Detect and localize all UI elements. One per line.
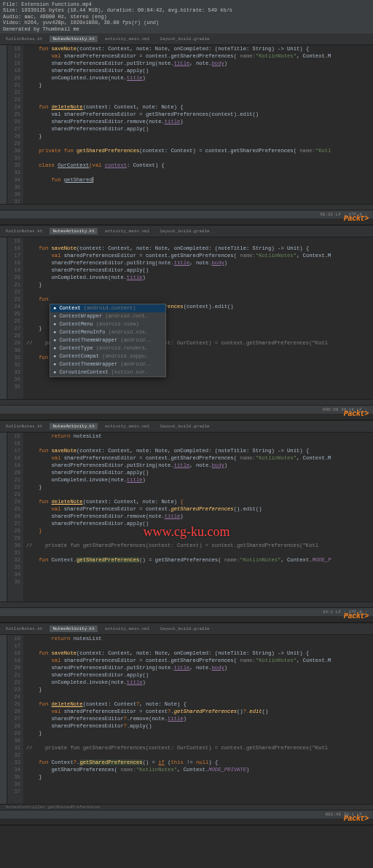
status-bar: 000:58 34:16 LF : [0, 405, 373, 414]
code-lines[interactable]: fun saveNote(context: Context, note: Not… [23, 45, 373, 204]
tab-notesactivity[interactable]: NotesActivity.kt [50, 228, 98, 234]
file-line: File: Extension Functions.mp4 [3, 1, 370, 7]
autocomplete-item[interactable]: ● ContextType (android.renders… [50, 344, 165, 352]
tool-sidebar[interactable] [0, 433, 7, 601]
autocomplete-item[interactable]: ● ContextThemeWrapper (android.… [50, 360, 165, 368]
tool-sidebar[interactable] [0, 635, 7, 804]
autocomplete-item[interactable]: ● ContextWrapper (android.cont… [50, 312, 165, 320]
autocomplete-item[interactable]: ● ContextThemeWrapper (android.… [50, 336, 165, 344]
editor-pane-1: KotlinNotes.kt NotesActivity.kt activity… [0, 33, 373, 226]
tab-gradle[interactable]: layout_build.gradle [157, 423, 212, 430]
editor-tabs[interactable]: KotlinNotes.kt NotesActivity.kt activity… [0, 33, 373, 45]
breadcrumb-bar [0, 601, 373, 607]
video-line: Video: h264, yuv420p, 1920x1080, 30.00 f… [3, 20, 370, 25]
autocomplete-item[interactable]: ● CoroutineContext (kotlin.cor… [50, 368, 165, 376]
tab-kotlinnotes[interactable]: KotlinNotes.kt [3, 423, 45, 430]
text-caret [93, 177, 93, 183]
tab-kotlinnotes[interactable]: KotlinNotes.kt [3, 228, 45, 234]
size-line: Size: 19339125 bytes (18.44 MiB), durati… [3, 7, 370, 13]
autocomplete-item[interactable]: ● ContextCompat (android.suppo… [50, 352, 165, 360]
editor-tabs[interactable]: KotlinNotes.kt NotesActivity.kt activity… [0, 623, 373, 635]
status-bar: 58:22 LF : UTF-8 : [0, 210, 373, 218]
tab-notesactivity[interactable]: NotesActivity.kt [50, 626, 98, 632]
breadcrumb-bar [0, 399, 373, 405]
code-area[interactable]: 1617181920212223242526272829303132333435… [7, 45, 373, 204]
tab-gradle[interactable]: layout_build.gradle [157, 228, 212, 234]
line-gutter: 1516171819202122232425262728293031323334… [7, 237, 23, 399]
watermark-text: www.cg-ku.com [144, 524, 230, 540]
editor-pane-2: KotlinNotes.kt NotesActivity.kt activity… [0, 226, 373, 421]
editor-tabs[interactable]: KotlinNotes.kt NotesActivity.kt activity… [0, 421, 373, 433]
tab-kotlinnotes[interactable]: KotlinNotes.kt [3, 36, 45, 42]
line-gutter: 1516171819202122232425262728293031323334… [7, 433, 23, 601]
audio-line: Audio: aac, 48000 Hz, stereo (eng) [3, 14, 370, 20]
code-lines[interactable]: return notesList fun saveNote(context: C… [23, 433, 373, 601]
code-lines[interactable]: return notesList fun saveNote(context: C… [23, 635, 373, 804]
tab-xml[interactable]: activity_main.xml [102, 626, 152, 632]
packt-logo: Packt> [344, 612, 369, 620]
packt-logo: Packt> [344, 215, 369, 223]
tab-xml[interactable]: activity_main.xml [102, 36, 152, 42]
autocomplete-item[interactable]: ● ContextMenu (android.view) [50, 320, 165, 328]
media-header: File: Extension Functions.mp4 Size: 1933… [0, 0, 373, 33]
editor-tabs[interactable]: KotlinNotes.kt NotesActivity.kt activity… [0, 226, 373, 237]
breadcrumb-bar [0, 204, 373, 210]
autocomplete-popup[interactable]: ● Context (android.content)● ContextWrap… [50, 304, 166, 377]
editor-pane-3: KotlinNotes.kt NotesActivity.kt activity… [0, 421, 373, 623]
tool-sidebar[interactable] [0, 237, 7, 399]
packt-logo: Packt> [344, 410, 369, 418]
status-bar: 002:45 38:1 LF : [0, 810, 373, 818]
gen-line: Generated by Thumbnail me [3, 26, 370, 32]
tab-gradle[interactable]: layout_build.gradle [157, 626, 212, 632]
tab-xml[interactable]: activity_main.xml [102, 423, 152, 430]
status-bar: 34:1 LF : UTF-8 : [0, 607, 373, 616]
editor-pane-4: KotlinNotes.kt NotesActivity.kt activity… [0, 623, 373, 826]
line-gutter: 1617181920212223242526272829303132333435… [7, 635, 23, 804]
autocomplete-item[interactable]: ● Context (android.content) [50, 304, 165, 312]
code-area[interactable]: 1617181920212223242526272829303132333435… [7, 635, 373, 804]
tab-gradle[interactable]: layout_build.gradle [157, 36, 212, 42]
tab-notesactivity[interactable]: NotesActivity.kt [50, 423, 98, 430]
tab-notesactivity[interactable]: NotesActivity.kt [50, 36, 98, 42]
breadcrumb-bar: NotesController getSharedPreferences [0, 804, 373, 810]
tab-xml[interactable]: activity_main.xml [102, 228, 152, 234]
line-gutter: 1617181920212223242526272829303132333435… [7, 45, 23, 204]
code-area[interactable]: 1516171819202122232425262728293031323334… [7, 433, 373, 601]
autocomplete-item[interactable]: ● ContextMenuInfo (android.vie… [50, 328, 165, 336]
tab-kotlinnotes[interactable]: KotlinNotes.kt [3, 626, 45, 632]
packt-logo: Packt> [344, 815, 369, 823]
tool-sidebar[interactable] [0, 45, 7, 204]
